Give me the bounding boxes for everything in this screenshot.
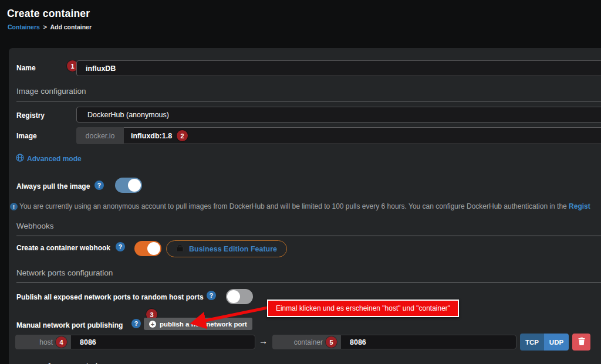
image-registry-prefix-addon: docker.io [76, 127, 124, 144]
business-edition-label: Business Edition Feature [189, 245, 277, 253]
delete-port-button[interactable] [572, 334, 590, 351]
breadcrumb: Containers > Add container [8, 23, 92, 30]
briefcase-icon [176, 244, 184, 254]
tcp-button[interactable]: TCP [520, 334, 544, 351]
name-input-value: influxDB [77, 64, 116, 73]
globe-icon [16, 154, 24, 164]
host-port-addon: host 4 [15, 335, 70, 349]
breadcrumb-separator: > [42, 23, 49, 30]
publish-new-port-button[interactable]: + publish a new network port [144, 318, 252, 330]
container-port-addon: container 5 [272, 335, 340, 349]
annotation-badge-4: 4 [56, 336, 67, 348]
create-container-page: Create container Containers > Add contai… [0, 0, 601, 364]
create-webhook-toggle[interactable] [134, 241, 161, 256]
network-ports-heading: Network ports configuration [16, 268, 601, 283]
create-webhook-help-icon[interactable]: ? [116, 242, 125, 251]
always-pull-label: Always pull the image [16, 182, 90, 190]
annotation-badge-2: 2 [177, 130, 188, 141]
page-title: Create container [7, 8, 90, 20]
toggle-knob [147, 242, 160, 255]
cutoff-section-text: Access control [47, 362, 223, 364]
manual-port-help-icon[interactable]: ? [131, 319, 141, 328]
udp-button[interactable]: UDP [544, 334, 569, 351]
registry-select[interactable]: DockerHub (anonymous) [76, 107, 601, 123]
publish-all-label: Publish all exposed network ports to ran… [16, 293, 204, 301]
always-pull-toggle[interactable] [115, 178, 142, 193]
plus-circle-icon: + [149, 321, 156, 328]
advanced-mode-link[interactable]: Advanced mode [27, 155, 82, 163]
image-input[interactable]: influxdb:1.8 [124, 127, 601, 144]
webhooks-heading: Webhooks [16, 222, 601, 236]
toggle-knob [227, 290, 240, 303]
annotation-badge-5: 5 [326, 336, 337, 348]
always-pull-help-icon[interactable]: ? [94, 181, 104, 190]
registries-link[interactable]: Regist [569, 202, 590, 210]
breadcrumb-containers-link[interactable]: Containers [8, 23, 40, 30]
business-edition-badge: Business Edition Feature [166, 240, 287, 257]
dockerhub-rate-limit-notice: You are currently using an anonymous acc… [19, 202, 601, 210]
notice-text: You are currently using an anonymous acc… [19, 202, 569, 210]
container-port-value: 8086 [341, 338, 366, 346]
create-webhook-label: Create a container webhook [16, 244, 110, 252]
toggle-knob [128, 179, 141, 192]
name-label: Name [16, 64, 36, 72]
container-port-input[interactable]: 8086 [340, 335, 516, 349]
image-label: Image [16, 132, 37, 140]
publish-all-help-icon[interactable]: ? [207, 291, 216, 300]
container-addon-label: container [294, 338, 323, 346]
registry-select-value: DockerHub (anonymous) [77, 111, 169, 119]
annotation-callout: Einmal klicken und es erscheinen "host" … [267, 300, 459, 317]
host-addon-label: host [39, 338, 53, 346]
host-port-value: 8086 [71, 338, 96, 346]
breadcrumb-current: Add container [50, 23, 92, 30]
registry-label: Registry [16, 111, 45, 120]
image-input-value: influxdb:1.8 [124, 132, 172, 140]
publish-all-toggle[interactable] [226, 289, 253, 304]
host-port-input[interactable]: 8086 [70, 335, 255, 349]
port-mapping-arrow-icon: → [259, 336, 268, 346]
image-configuration-heading: Image configuration [16, 87, 601, 101]
trash-icon [578, 337, 585, 347]
info-icon: ! [10, 203, 18, 210]
name-input[interactable]: influxDB [76, 60, 601, 76]
publish-new-port-label: publish a new network port [160, 321, 247, 328]
manual-port-publishing-label: Manual network port publishing [16, 321, 123, 329]
